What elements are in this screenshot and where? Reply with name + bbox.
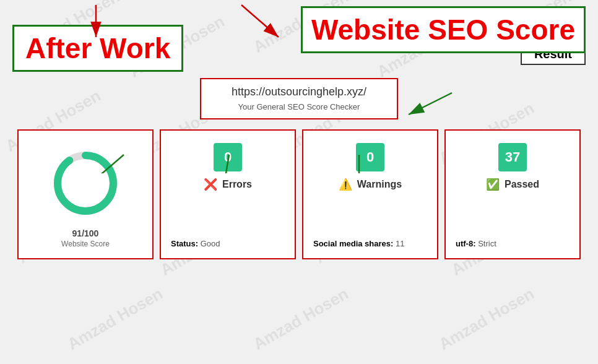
score-value: 91/100 [72,228,99,238]
seo-score-label: Website SEO Score [311,14,575,46]
errors-card: 0 ❌ Errors Status: Good [160,129,296,259]
passed-status-value: Strict [478,239,496,248]
pass-icon: ✅ [486,178,500,191]
passed-icon-row: ✅ Passed [486,178,539,191]
warnings-card: 0 ⚠️ Warnings Social media shares: 11 [302,129,438,259]
passed-status-label: utf-8: [456,239,476,248]
after-work-box: After Work [12,25,183,72]
warnings-icon-row: ⚠️ Warnings [339,178,402,191]
warnings-status-label: Social media shares: [313,239,393,248]
after-work-label: After Work [25,32,170,64]
warnings-label: Warnings [357,179,402,190]
passed-label: Passed [505,179,539,190]
top-section: After Work Result Website SEO Score [12,6,586,72]
svg-point-3 [58,155,113,211]
seo-score-title-box: Website SEO Score [301,6,586,53]
error-icon: ❌ [204,178,217,191]
passed-status: utf-8: Strict [456,234,570,248]
url-box: https://outsourcinghelp.xyz/ Your Genera… [200,78,398,119]
errors-status-value: Good [201,239,220,248]
cards-row: 91/100 Website Score 0 ❌ Errors Status: … [12,129,586,259]
errors-icon-row: ❌ Errors [204,178,252,191]
errors-status-label: Status: [171,239,198,248]
errors-label: Errors [222,179,252,190]
score-circle [51,149,119,217]
url-text: https://outsourcinghelp.xyz/ [220,85,378,98]
errors-status: Status: Good [171,234,285,248]
passed-badge: 37 [498,143,527,171]
passed-card: 37 ✅ Passed utf-8: Strict [444,129,581,259]
score-label: Website Score [61,240,110,248]
warnings-status: Social media shares: 11 [313,234,427,248]
errors-badge: 0 [214,143,242,171]
warnings-badge: 0 [356,143,384,171]
url-section: https://outsourcinghelp.xyz/ Your Genera… [12,78,586,119]
warning-icon: ⚠️ [339,178,352,191]
main-content: After Work Result Website SEO Score http… [0,0,598,266]
warnings-status-value: 11 [396,239,404,248]
url-subtitle: Your General SEO Score Checker [238,102,360,111]
score-card: 91/100 Website Score [17,129,154,259]
